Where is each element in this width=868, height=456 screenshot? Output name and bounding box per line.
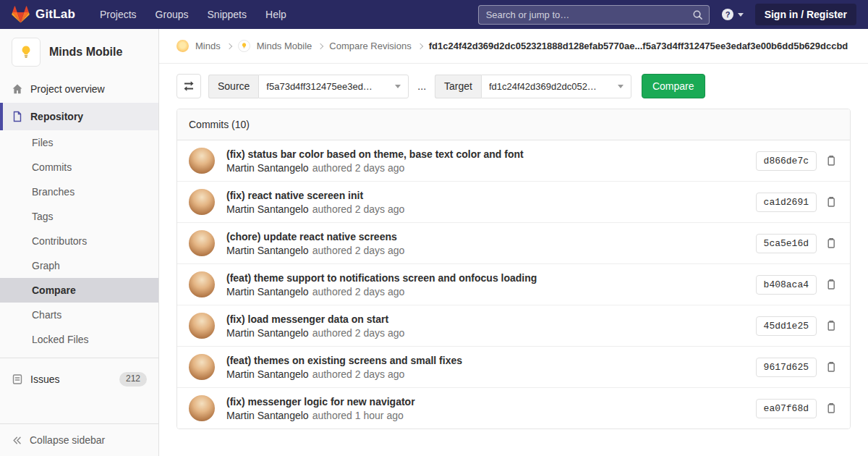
commit-title-link[interactable]: (feat) themes on existing screens and sm… (226, 355, 744, 366)
sidebar-subitem-locked-files[interactable]: Locked Files (0, 327, 158, 352)
question-circle-icon: ? (721, 8, 734, 21)
author-avatar[interactable] (189, 230, 215, 256)
sidebar-item-label: Repository (30, 111, 83, 122)
target-group: Target fd1c24f42d369d2dc052… (435, 75, 631, 98)
source-revision-value: f5a73d4ff312475ee3ed… (266, 81, 373, 92)
author-avatar[interactable] (189, 313, 215, 339)
sidebar-item-repository[interactable]: Repository (0, 103, 158, 130)
commit-actions: ea07f68d (756, 399, 838, 418)
author-avatar[interactable] (189, 271, 215, 297)
commit-row: (fix) status bar color based on theme, b… (177, 140, 850, 182)
project-header-link[interactable]: Minds Mobile (0, 29, 158, 75)
commit-author-link[interactable]: Martin Santangelo (226, 368, 309, 380)
commit-info: (fix) status bar color based on theme, b… (226, 148, 744, 174)
copy-sha-button[interactable] (824, 360, 838, 374)
sidebar-subitem-branches[interactable]: Branches (0, 180, 158, 204)
search-icon (692, 9, 703, 20)
home-icon (12, 83, 23, 95)
repository-submenu: Files Commits Branches Tags Contributors… (0, 130, 158, 352)
commit-sha[interactable]: 45dd1e25 (756, 316, 817, 336)
commit-author-link[interactable]: Martin Santangelo (226, 162, 309, 174)
commit-author-link[interactable]: Martin Santangelo (226, 203, 309, 215)
author-avatar[interactable] (189, 148, 215, 174)
commit-meta: Martin Santangelo authored 2 days ago (226, 162, 744, 174)
commit-info: (chore) update react native screens Mart… (226, 231, 744, 256)
sidebar-item-issues[interactable]: Issues 212 (0, 364, 158, 394)
sidebar-subitem-charts[interactable]: Charts (0, 303, 158, 327)
commit-title-link[interactable]: (fix) load messenger data on start (226, 313, 744, 325)
commit-row: (chore) update react native screens Mart… (177, 223, 850, 264)
breadcrumb-project-link[interactable]: Minds Mobile (257, 41, 312, 51)
sidebar-subitem-tags[interactable]: Tags (0, 204, 158, 229)
sidebar-subitem-graph[interactable]: Graph (0, 253, 158, 278)
commit-title-link[interactable]: (fix) messenger logic for new navigator (226, 396, 744, 408)
copy-sha-button[interactable] (824, 401, 838, 415)
sidebar-subitem-compare[interactable]: Compare (0, 278, 158, 303)
sign-in-button[interactable]: Sign in / Register (755, 4, 856, 25)
breadcrumb-current-range: fd1c24f42d369d2dc052321888d128efab5770ae… (429, 41, 848, 51)
copy-sha-button[interactable] (824, 153, 838, 168)
nav-help-link[interactable]: Help (265, 9, 286, 20)
repository-section: Repository Files Commits Branches Tags C… (0, 103, 158, 352)
commit-meta: Martin Santangelo authored 2 days ago (226, 368, 744, 380)
collapse-sidebar-button[interactable]: Collapse sidebar (0, 423, 158, 456)
commit-title-link[interactable]: (fix) react native scereen init (226, 190, 744, 201)
nav-projects-link[interactable]: Projects (100, 9, 137, 20)
commit-info: (fix) react native scereen init Martin S… (226, 190, 744, 215)
author-avatar[interactable] (189, 189, 215, 215)
author-avatar[interactable] (189, 354, 215, 380)
commit-title-link[interactable]: (feat) theme support to notifications sc… (226, 272, 744, 284)
commit-author-link[interactable]: Martin Santangelo (226, 286, 309, 297)
commit-info: (fix) load messenger data on start Marti… (226, 313, 744, 339)
commit-row: (fix) messenger logic for new navigator … (177, 388, 850, 428)
nav-groups-link[interactable]: Groups (156, 9, 189, 20)
commit-row: (fix) react native scereen init Martin S… (177, 182, 850, 223)
commit-author-link[interactable]: Martin Santangelo (226, 410, 309, 421)
sidebar-subitem-contributors[interactable]: Contributors (0, 229, 158, 253)
commit-actions: 9617d625 (756, 358, 838, 377)
author-avatar[interactable] (189, 395, 215, 421)
commit-sha[interactable]: 5ca5e16d (756, 234, 817, 253)
commit-sha[interactable]: d866de7c (756, 151, 817, 171)
commit-sha[interactable]: b408aca4 (756, 275, 817, 295)
commit-title-link[interactable]: (fix) status bar color based on theme, b… (226, 148, 744, 160)
commit-time: authored 2 days ago (312, 286, 405, 297)
commits-panel: Commits (10) (fix) status bar color base… (176, 109, 851, 429)
copy-sha-button[interactable] (824, 236, 838, 250)
copy-sha-button[interactable] (824, 195, 838, 209)
commit-title-link[interactable]: (chore) update react native screens (226, 231, 744, 242)
source-group: Source f5a73d4ff312475ee3ed… (208, 75, 409, 98)
sidebar-subitem-commits[interactable]: Commits (0, 155, 158, 180)
search-box (478, 5, 710, 25)
copy-sha-button[interactable] (824, 277, 838, 292)
target-revision-dropdown[interactable]: fd1c24f42d369d2dc052… (481, 75, 631, 98)
gitlab-home-link[interactable]: GitLab (12, 6, 75, 23)
target-revision-value: fd1c24f42d369d2dc052… (489, 81, 597, 92)
commit-sha[interactable]: 9617d625 (756, 358, 817, 377)
sidebar-subitem-files[interactable]: Files (0, 130, 158, 155)
sidebar-item-project-overview[interactable]: Project overview (0, 75, 158, 103)
commit-list: (fix) status bar color based on theme, b… (177, 140, 850, 428)
help-dropdown[interactable]: ? (721, 8, 744, 21)
commit-author-link[interactable]: Martin Santangelo (226, 327, 309, 339)
gitlab-tanuki-icon (12, 6, 30, 23)
issues-icon (12, 373, 23, 385)
search-input[interactable] (479, 9, 692, 20)
commit-row: (feat) theme support to notifications sc… (177, 264, 850, 305)
collapse-sidebar-label: Collapse sidebar (30, 434, 105, 446)
breadcrumb-group-link[interactable]: Minds (195, 41, 221, 51)
commit-sha[interactable]: ea07f68d (756, 399, 817, 418)
swap-revisions-button[interactable] (176, 74, 201, 98)
lightbulb-icon (18, 45, 34, 59)
breadcrumb-page-link[interactable]: Compare Revisions (329, 41, 411, 51)
source-revision-dropdown[interactable]: f5a73d4ff312475ee3ed… (258, 75, 409, 98)
brand-name: GitLab (35, 7, 75, 22)
sidebar-item-label: Issues (30, 373, 59, 385)
clipboard-icon (825, 155, 837, 166)
commit-author-link[interactable]: Martin Santangelo (226, 245, 309, 256)
commit-meta: Martin Santangelo authored 2 days ago (226, 245, 744, 256)
copy-sha-button[interactable] (824, 318, 838, 333)
commit-sha[interactable]: ca1d2691 (756, 193, 817, 212)
nav-snippets-link[interactable]: Snippets (208, 9, 247, 20)
compare-button[interactable]: Compare (642, 74, 705, 98)
